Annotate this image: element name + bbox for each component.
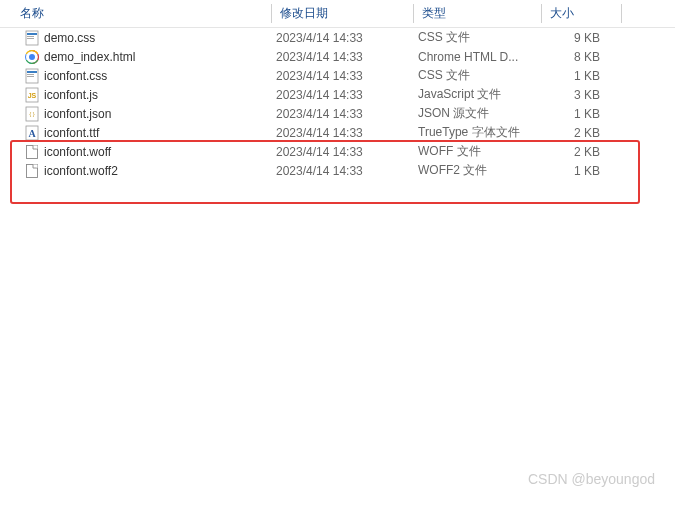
file-cell-name: demo_index.html [20, 49, 272, 65]
file-cell-date: 2023/4/14 14:33 [272, 164, 414, 178]
file-cell-name: iconfont.css [20, 68, 272, 84]
file-cell-type: JSON 源文件 [414, 105, 542, 122]
file-row[interactable]: iconfont.css2023/4/14 14:33CSS 文件1 KB [0, 66, 675, 85]
svg-rect-8 [27, 74, 34, 75]
file-cell-name: Aiconfont.ttf [20, 125, 272, 141]
file-list-view: 名称 修改日期 类型 大小 demo.css2023/4/14 14:33CSS… [0, 0, 675, 180]
file-cell-size: 2 KB [542, 126, 612, 140]
css-file-icon [24, 30, 40, 46]
file-cell-size: 3 KB [542, 88, 612, 102]
file-cell-name: demo.css [20, 30, 272, 46]
file-cell-type: CSS 文件 [414, 29, 542, 46]
file-name-text: iconfont.js [44, 88, 98, 102]
file-cell-name: iconfont.woff [20, 144, 272, 160]
file-name-text: iconfont.json [44, 107, 111, 121]
file-row[interactable]: JSiconfont.js2023/4/14 14:33JavaScript 文… [0, 85, 675, 104]
file-row[interactable]: demo_index.html2023/4/14 14:33Chrome HTM… [0, 47, 675, 66]
file-cell-date: 2023/4/14 14:33 [272, 145, 414, 159]
svg-rect-2 [27, 36, 34, 37]
file-name-text: demo_index.html [44, 50, 135, 64]
html-file-icon [24, 49, 40, 65]
file-name-text: iconfont.css [44, 69, 107, 83]
file-cell-type: Chrome HTML D... [414, 50, 542, 64]
file-cell-date: 2023/4/14 14:33 [272, 69, 414, 83]
file-rows-container: demo.css2023/4/14 14:33CSS 文件9 KBdemo_in… [0, 28, 675, 180]
file-cell-size: 1 KB [542, 164, 612, 178]
font-file-icon: A [24, 125, 40, 141]
file-row[interactable]: demo.css2023/4/14 14:33CSS 文件9 KB [0, 28, 675, 47]
css-file-icon [24, 68, 40, 84]
file-cell-name: { }iconfont.json [20, 106, 272, 122]
svg-rect-7 [27, 71, 37, 73]
generic-file-icon [24, 144, 40, 160]
file-cell-type: JavaScript 文件 [414, 86, 542, 103]
file-cell-date: 2023/4/14 14:33 [272, 126, 414, 140]
file-cell-size: 1 KB [542, 69, 612, 83]
file-cell-size: 1 KB [542, 107, 612, 121]
svg-rect-3 [27, 38, 34, 39]
file-cell-size: 8 KB [542, 50, 612, 64]
file-cell-name: JSiconfont.js [20, 87, 272, 103]
column-header-name[interactable]: 名称 [0, 0, 272, 27]
file-cell-type: TrueType 字体文件 [414, 124, 542, 141]
file-cell-type: CSS 文件 [414, 67, 542, 84]
file-cell-size: 9 KB [542, 31, 612, 45]
file-cell-date: 2023/4/14 14:33 [272, 50, 414, 64]
svg-text:{ }: { } [29, 111, 35, 117]
svg-text:JS: JS [28, 92, 37, 99]
column-header-size[interactable]: 大小 [542, 0, 622, 27]
file-name-text: iconfont.ttf [44, 126, 99, 140]
column-header-type[interactable]: 类型 [414, 0, 542, 27]
file-cell-name: iconfont.woff2 [20, 163, 272, 179]
file-row[interactable]: iconfont.woff22023/4/14 14:33WOFF2 文件1 K… [0, 161, 675, 180]
file-cell-type: WOFF 文件 [414, 143, 542, 160]
file-cell-date: 2023/4/14 14:33 [272, 31, 414, 45]
file-row[interactable]: iconfont.woff2023/4/14 14:33WOFF 文件2 KB [0, 142, 675, 161]
generic-file-icon [24, 163, 40, 179]
json-file-icon: { } [24, 106, 40, 122]
js-file-icon: JS [24, 87, 40, 103]
svg-point-5 [29, 54, 35, 60]
file-cell-size: 2 KB [542, 145, 612, 159]
svg-rect-1 [27, 33, 37, 35]
file-name-text: iconfont.woff [44, 145, 111, 159]
column-header-row: 名称 修改日期 类型 大小 [0, 0, 675, 28]
column-header-date[interactable]: 修改日期 [272, 0, 414, 27]
file-row[interactable]: Aiconfont.ttf2023/4/14 14:33TrueType 字体文… [0, 123, 675, 142]
file-name-text: iconfont.woff2 [44, 164, 118, 178]
file-cell-type: WOFF2 文件 [414, 162, 542, 179]
watermark-text: CSDN @beyoungod [528, 471, 655, 487]
file-cell-date: 2023/4/14 14:33 [272, 107, 414, 121]
file-row[interactable]: { }iconfont.json2023/4/14 14:33JSON 源文件1… [0, 104, 675, 123]
svg-rect-9 [27, 76, 34, 77]
file-name-text: demo.css [44, 31, 95, 45]
svg-text:A: A [28, 128, 36, 139]
file-cell-date: 2023/4/14 14:33 [272, 88, 414, 102]
